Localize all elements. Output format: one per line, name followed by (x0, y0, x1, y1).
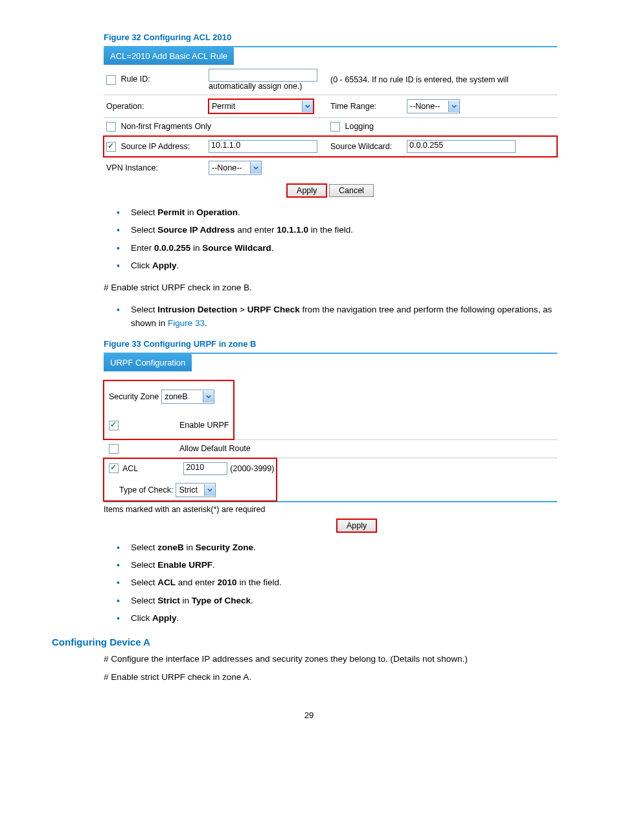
srcwild-label: Source Wildcard: (330, 142, 392, 151)
instruction-list-3: Select zoneB in Security Zone. Select En… (117, 541, 566, 625)
acl-tab: ACL=2010 Add Basic ACL Rule (104, 47, 234, 65)
rule-id-label: Rule ID: (120, 75, 150, 84)
figure-33-link[interactable]: Figure 33 (168, 318, 205, 328)
srcip-input[interactable]: 10.1.1.0 (209, 140, 317, 153)
seczone-select[interactable]: zoneB (161, 390, 214, 404)
enable-urpf-label: Enable URPF (179, 421, 229, 430)
figure-33-caption: Figure 33 Configuring URPF in zone B (104, 339, 566, 349)
chevron-down-icon (250, 162, 261, 174)
cancel-button[interactable]: Cancel (329, 184, 374, 197)
figure-32-caption: Figure 32 Configuring ACL 2010 (104, 32, 566, 42)
allow-default-checkbox[interactable] (109, 444, 119, 454)
rule-id-hint1: (0 - 65534. If no rule ID is entered, th… (330, 75, 509, 84)
required-note: Items marked with an asterisk(*) are req… (104, 505, 557, 514)
acl-hint: (2000-3999) (230, 464, 274, 473)
rule-id-checkbox[interactable] (106, 75, 116, 85)
time-range-select[interactable]: --None-- (407, 99, 460, 113)
srcip-checkbox[interactable] (106, 142, 116, 152)
type-check-label: Type of Check: (119, 485, 173, 495)
chevron-down-icon (302, 100, 313, 112)
nonfirst-checkbox[interactable] (106, 122, 116, 132)
seczone-label: Security Zone (109, 392, 159, 401)
allow-default-label: Allow Default Route (179, 444, 251, 453)
chevron-down-icon (204, 484, 215, 496)
acl-input[interactable]: 2010 (183, 462, 227, 475)
rule-id-input[interactable] (209, 69, 317, 82)
enable-urpf-checkbox[interactable] (109, 421, 119, 430)
urpf-apply-button[interactable]: Apply (337, 519, 376, 532)
paragraph-config-interface: # Configure the interface IP addresses a… (104, 653, 566, 666)
vpn-label: VPN Instance: (106, 163, 158, 172)
acl-label: ACL (122, 464, 138, 473)
apply-button[interactable]: Apply (287, 184, 326, 197)
vpn-select[interactable]: --None-- (209, 161, 262, 175)
paragraph-urpf-a: # Enable strict URPF check in zone A. (104, 671, 566, 684)
figure-32-screenshot: ACL=2010 Add Basic ACL Rule Rule ID: aut… (104, 46, 557, 197)
nonfirst-label: Non-first Fragments Only (120, 122, 211, 131)
time-range-label: Time Range: (330, 102, 376, 111)
logging-label: Logging (345, 122, 374, 131)
acl-checkbox[interactable] (109, 463, 119, 473)
page-number: 29 (52, 710, 566, 720)
srcip-label: Source IP Address: (120, 142, 190, 151)
rule-id-hint2: automatically assign one.) (209, 82, 303, 91)
chevron-down-icon (448, 100, 459, 112)
operation-label: Operation: (106, 102, 144, 111)
operation-select[interactable]: Permit (209, 99, 314, 113)
instruction-list-2: Select Intrusion Detection > URPF Check … (117, 303, 566, 330)
paragraph-urpf-b: # Enable strict URPF check in zone B. (104, 281, 566, 294)
chevron-down-icon (203, 391, 214, 402)
configuring-device-a-heading: Configuring Device A (52, 636, 566, 648)
type-check-select[interactable]: Strict (176, 483, 216, 497)
figure-33-screenshot: URPF Configuration Security Zone zoneB E… (104, 353, 557, 532)
logging-checkbox[interactable] (330, 122, 340, 132)
srcwild-input[interactable]: 0.0.0.255 (407, 140, 516, 153)
urpf-tab: URPF Configuration (104, 354, 192, 371)
instruction-list-1: Select Permit in Operation. Select Sourc… (117, 206, 566, 272)
